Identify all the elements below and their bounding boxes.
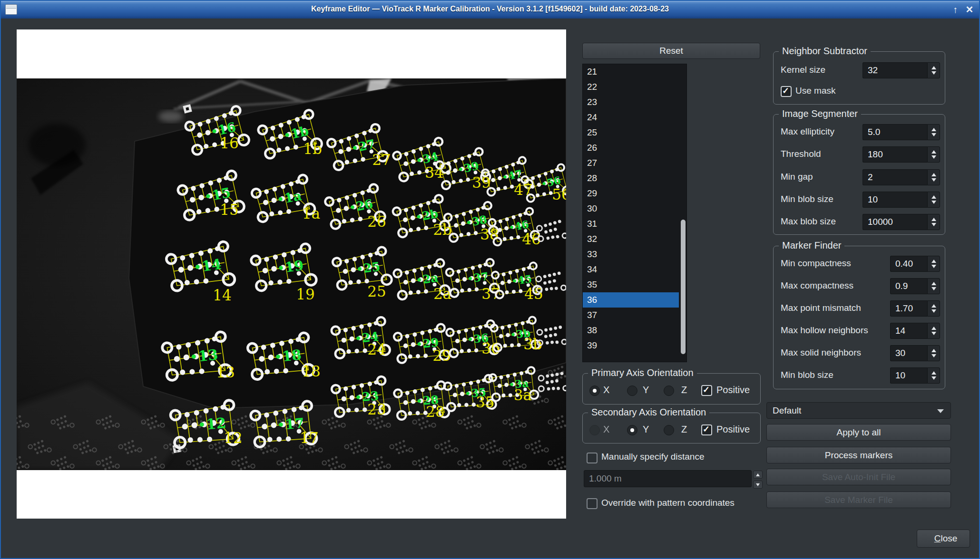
min-blob-size-spinbox[interactable]: 10 [862,192,940,208]
distance-increment-icon[interactable] [753,471,763,479]
secondary-axis-positive-checkbox[interactable] [701,424,712,435]
secondary-axis-x-radio[interactable] [589,425,600,435]
keyframe-item-31[interactable]: 31 [583,216,686,231]
keyframe-item-39[interactable]: 39 [583,338,686,353]
max-hollow-neighbors-spin-arrows[interactable] [927,323,940,339]
max-hollow-neighbors-spinbox[interactable]: 14 [890,323,940,339]
preset-dropdown[interactable]: Default [766,402,951,419]
keyframe-item-36[interactable]: 36 [583,292,679,308]
save-marker-file-button[interactable]: Save Marker File [766,492,951,508]
distance-spinbox[interactable]: 1.000 m [584,470,752,487]
min-blob-size-label: Min blob size [781,194,833,204]
min-blob-size-value: 10 [890,367,927,384]
max-solid-neighbors-spinbox[interactable]: 30 [890,345,940,361]
apply-to-all-button[interactable]: Apply to all [766,424,951,441]
marker-label-16: 16 [220,135,238,152]
distance-decrement-icon[interactable] [753,481,763,489]
max-point-mismatch-value: 1.70 [890,300,927,317]
keyframe-item-35[interactable]: 35 [583,277,686,292]
camera-image: 16161b1b2727343439394747565615151a1a2626… [17,78,566,470]
marker-label-2b: 2b [433,221,452,238]
spin-down-icon [931,201,936,204]
marker-label-15: 15 [220,201,238,218]
secondary-axis-z-radio[interactable] [664,425,674,435]
max-solid-neighbors-spin-arrows[interactable] [927,345,940,361]
distance-spinbox-arrows[interactable] [753,471,763,489]
min-blob-size-spin-arrows[interactable] [927,367,940,384]
marker-label-23: 23 [367,401,386,418]
spin-up-icon [931,282,936,285]
max-ellipticity-spin-arrows[interactable] [927,124,940,140]
keyframe-list-scrollbar[interactable] [681,220,686,354]
min-gap-spinbox[interactable]: 2 [862,169,940,185]
min-gap-value: 2 [862,169,927,185]
window-close-button[interactable]: ✕ [963,3,976,16]
keyframe-item-37[interactable]: 37 [583,308,686,323]
threshold-spinbox[interactable]: 180 [862,146,940,163]
spin-down-icon [931,287,936,290]
keyframe-item-22[interactable]: 22 [583,79,686,95]
max-compactness-spin-arrows[interactable] [927,278,940,294]
reset-button[interactable]: Reset [582,43,760,59]
keyframe-item-26[interactable]: 26 [583,140,686,155]
save-auto-init-file-button[interactable]: Save Auto-Init File [766,469,951,485]
secondary-axis-y-radio[interactable] [627,425,637,435]
marker-annotation-19: 19 [284,257,305,276]
marker-label-34: 34 [425,164,443,181]
primary-axis-x-radio[interactable] [589,386,600,396]
close-button[interactable]: Close [917,530,970,548]
override-pattern-coordinates-checkbox[interactable] [587,498,598,509]
max-blob-size-spinbox[interactable]: 10000 [862,214,940,230]
min-gap-spin-arrows[interactable] [927,169,940,185]
marker-label-26: 26 [367,213,386,230]
keyframe-item-21[interactable]: 21 [583,64,686,79]
marker-annotation-13: 13 [197,346,219,365]
marker-annotation-25: 25 [362,259,381,276]
min-blob-size-spinbox[interactable]: 10 [890,367,940,384]
keyframe-item-34[interactable]: 34 [583,262,686,277]
max-compactness-spinbox[interactable]: 0.9 [890,278,940,294]
max-blob-size-spin-arrows[interactable] [927,214,940,230]
keyframe-item-24[interactable]: 24 [583,110,686,125]
max-ellipticity-spinbox[interactable]: 5.0 [862,124,940,140]
keyframe-item-27[interactable]: 27 [583,155,686,171]
marker-label-19: 19 [296,286,314,303]
max-point-mismatch-spinbox[interactable]: 1.70 [890,300,940,317]
max-point-mismatch-spin-arrows[interactable] [927,300,940,317]
primary-axis-z-radio[interactable] [664,386,674,396]
marker-label-27: 27 [372,151,391,168]
max-blob-size-label: Max blob size [781,216,836,227]
min-blob-size-spin-arrows[interactable] [927,192,940,208]
marker-label-25: 25 [367,283,386,300]
keyframe-list[interactable]: 21222324252627282930313233343536373839 [582,64,687,362]
image-segmenter-group: Image Segmenter Max ellipticity5.0Thresh… [773,114,945,235]
use-mask-checkbox[interactable] [781,86,792,97]
keyframe-item-33[interactable]: 33 [583,247,686,262]
max-solid-neighbors-label: Max solid neighbors [781,347,861,358]
marker-label-1b: 1b [303,140,322,157]
keyframe-item-30[interactable]: 30 [583,201,686,216]
kernel-size-spin-arrows[interactable] [927,62,940,78]
keyframe-item-23[interactable]: 23 [583,95,686,110]
keyframe-item-32[interactable]: 32 [583,231,686,247]
spin-up-icon [931,327,936,330]
marker-label-36: 36 [481,340,500,357]
primary-axis-positive-checkbox[interactable] [701,385,712,396]
min-compactness-spinbox[interactable]: 0.40 [890,256,940,272]
manually-specify-distance-checkbox[interactable] [587,453,598,463]
keyframe-item-28[interactable]: 28 [583,171,686,186]
maximize-button[interactable]: ↑ [949,3,962,16]
threshold-spin-arrows[interactable] [927,146,940,163]
marker-label-18: 18 [302,363,320,380]
kernel-size-spinbox[interactable]: 32 [862,62,940,78]
keyframe-item-29[interactable]: 29 [583,186,686,201]
process-markers-button[interactable]: Process markers [766,447,951,463]
threshold-label: Threshold [781,149,821,159]
keyframe-item-38[interactable]: 38 [583,323,686,338]
max-point-mismatch-label: Max point mismatch [781,303,861,313]
primary-axis-y-radio[interactable] [627,386,637,396]
min-compactness-spin-arrows[interactable] [927,256,940,272]
keyframe-item-25[interactable]: 25 [583,125,686,140]
blurred-text-smudge [158,111,183,122]
image-viewport[interactable]: 16161b1b2727343439394747565615151a1a2626… [17,29,566,519]
